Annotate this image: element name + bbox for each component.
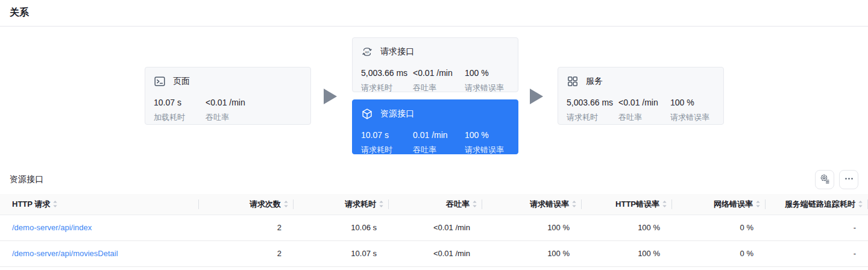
relation-diagram: 页面 10.07 s 加载耗时 <0.01 /min 吞吐率 api [0, 27, 868, 166]
sort-icon[interactable] [571, 200, 577, 208]
node-label: 页面 [173, 76, 190, 87]
section-bar: 资源接口 [0, 166, 868, 194]
metric: 0.01 /min 吞吐率 [413, 130, 465, 155]
page-title: 关系 [10, 7, 29, 19]
node-label: 服务 [586, 76, 603, 87]
sort-icon[interactable] [662, 200, 667, 208]
metric: 10.07 s 请求耗时 [361, 130, 413, 155]
request-link[interactable]: /demo-server/api/index [12, 223, 92, 232]
more-ellipsis-icon [844, 174, 854, 186]
sync-loop-icon: api [361, 46, 373, 58]
cell-server-trace-time: - [766, 215, 868, 240]
svg-text:api: api [365, 50, 370, 54]
flow-arrow-icon [530, 89, 543, 104]
col-header-request-time[interactable]: 请求耗时 [294, 194, 389, 215]
cell-http-error-rate: 100 % [582, 215, 672, 240]
cell-request-error-rate: 100 % [482, 215, 582, 240]
flow-arrow-icon [324, 89, 337, 104]
cube-icon [361, 108, 373, 120]
cell-network-error-rate: 0 % [672, 215, 766, 240]
grid-icon [567, 75, 579, 87]
col-header-request-error-rate[interactable]: 请求错误率 [482, 194, 582, 215]
cell-request-error-rate: 100 % [482, 240, 582, 266]
page-header: 关系 [0, 0, 868, 27]
metric: 100 % 请求错误率 [670, 98, 709, 123]
metric: 100 % 请求错误率 [465, 130, 504, 155]
sort-icon[interactable] [379, 200, 384, 208]
node-label: 请求接口 [380, 46, 414, 57]
table-row: /demo-server/api/moviesDetail 2 10.07 s … [0, 240, 868, 266]
node-request-api[interactable]: api 请求接口 5,003.66 ms 请求耗时 <0.01 /min 吞吐率… [352, 37, 518, 92]
column-settings-button[interactable] [815, 170, 834, 189]
node-service[interactable]: 服务 5,003.66 ms 请求耗时 <0.01 /min 吞吐率 100 %… [558, 67, 724, 125]
col-header-network-error-rate[interactable]: 网络错误率 [672, 194, 766, 215]
cell-throughput: <0.01 /min [389, 215, 482, 240]
col-header-http-error-rate[interactable]: HTTP错误率 [582, 194, 672, 215]
settings-gear-icon [820, 174, 830, 186]
node-resource-api[interactable]: 资源接口 10.07 s 请求耗时 0.01 /min 吞吐率 100 % 请求… [352, 99, 518, 154]
metric: 100 % 请求错误率 [465, 68, 504, 93]
table-row: /demo-server/api/index 2 10.06 s <0.01 /… [0, 215, 868, 240]
table-header-row: HTTP 请求 请求次数 请求耗时 [0, 194, 868, 215]
more-actions-button[interactable] [839, 170, 858, 189]
col-header-http-request[interactable]: HTTP 请求 [0, 194, 199, 215]
cell-http-error-rate: 100 % [582, 240, 672, 266]
sort-icon[interactable] [755, 200, 761, 208]
cell-request-time: 10.07 s [294, 240, 389, 266]
node-label: 资源接口 [380, 108, 414, 119]
sort-icon[interactable] [283, 200, 289, 208]
col-header-server-trace-time[interactable]: 服务端链路追踪耗时 [766, 194, 868, 215]
cell-request-count: 2 [199, 240, 294, 266]
cell-throughput: <0.01 /min [389, 240, 482, 266]
metric: <0.01 /min 吞吐率 [413, 68, 465, 93]
metric: 10.07 s 加载耗时 [154, 98, 206, 123]
terminal-icon [154, 75, 166, 87]
section-title: 资源接口 [10, 174, 43, 185]
metric: 5,003.66 ms 请求耗时 [361, 68, 413, 93]
cell-request-count: 2 [199, 215, 294, 240]
metric: 5,003.66 ms 请求耗时 [567, 98, 618, 123]
node-page[interactable]: 页面 10.07 s 加载耗时 <0.01 /min 吞吐率 [145, 67, 311, 125]
metric: <0.01 /min 吞吐率 [618, 98, 670, 123]
resource-api-table: HTTP 请求 请求次数 请求耗时 [0, 194, 868, 267]
sort-icon[interactable] [858, 200, 863, 208]
cell-network-error-rate: 0 % [672, 240, 766, 266]
col-header-request-count[interactable]: 请求次数 [199, 194, 294, 215]
cell-request-time: 10.06 s [294, 215, 389, 240]
sort-icon[interactable] [472, 200, 477, 208]
sort-icon[interactable] [52, 200, 58, 208]
request-link[interactable]: /demo-server/api/moviesDetail [12, 249, 118, 258]
col-header-throughput[interactable]: 吞吐率 [389, 194, 482, 215]
metric: <0.01 /min 吞吐率 [206, 98, 245, 123]
cell-server-trace-time: - [766, 240, 868, 266]
